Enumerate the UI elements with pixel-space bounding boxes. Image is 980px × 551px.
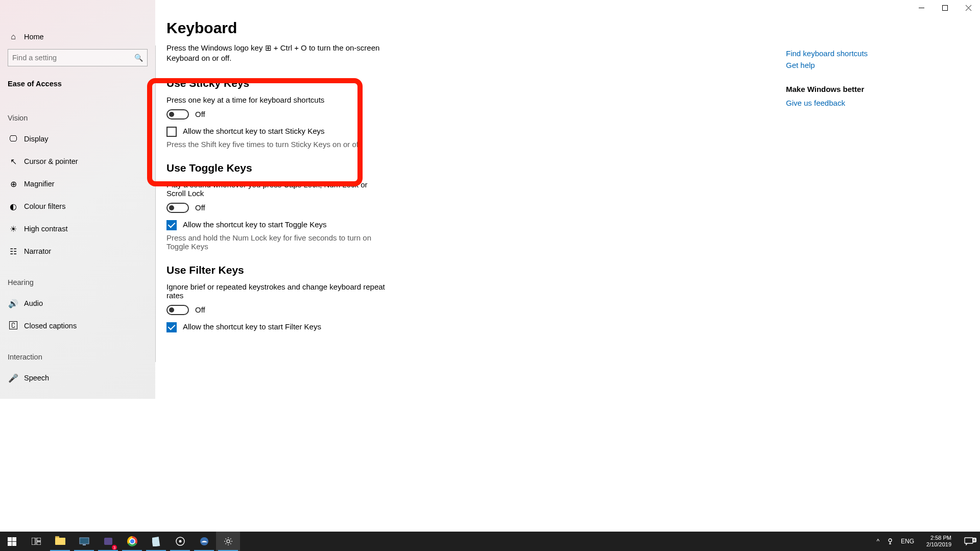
svg-point-14 [227, 540, 230, 543]
filter-keys-shortcut-label: Allow the shortcut key to start Filter K… [183, 322, 321, 331]
magnifier-icon: ⊕ [8, 179, 19, 189]
svg-rect-10 [152, 537, 160, 546]
tray-language[interactable]: ENG [901, 538, 914, 545]
nav-high-contrast[interactable]: ☀High contrast [0, 218, 155, 240]
search-icon: 🔍 [134, 54, 143, 62]
taskbar-settings[interactable] [216, 532, 240, 551]
sticky-keys-toggle[interactable] [166, 109, 189, 119]
svg-point-12 [179, 540, 181, 543]
contrast-icon: ☀ [8, 224, 19, 234]
tray-chevron-up-icon[interactable]: ^ [876, 538, 879, 545]
nav-cursor[interactable]: ↖Cursor & pointer [0, 150, 155, 173]
link-get-help[interactable]: Get help [786, 61, 960, 69]
taskbar-clock[interactable]: 2:58 PM 2/10/2019 [920, 535, 958, 548]
nav-colour-filters[interactable]: ◐Colour filters [0, 195, 155, 218]
sticky-keys-desc: Press one key at a time for keyboard sho… [166, 95, 386, 104]
filter-keys-shortcut-checkbox[interactable] [166, 322, 177, 332]
search-input[interactable]: 🔍 [8, 49, 148, 66]
audio-icon: 🔊 [8, 299, 19, 308]
toggle-keys-desc: Play a sound whenever you press Caps Loc… [166, 180, 386, 198]
related-links: Open the touch keyboard Find keyboard sh… [786, 42, 960, 110]
taskbar-file-explorer[interactable] [48, 532, 72, 551]
toggle-keys-state: Off [195, 203, 205, 212]
group-hearing: Hearing [0, 273, 155, 292]
system-tray: ^ ENG [876, 538, 920, 545]
filter-keys-desc: Ignore brief or repeated keystrokes and … [166, 282, 386, 300]
search-field[interactable] [12, 54, 134, 62]
toggle-keys-heading: Use Toggle Keys [166, 162, 386, 174]
nav-home-label: Home [24, 33, 44, 41]
toggle-keys-shortcut-checkbox[interactable] [166, 220, 177, 230]
nav-narrator[interactable]: ☷Narrator [0, 240, 155, 262]
nav-display[interactable]: 🖵Display [0, 128, 155, 150]
link-give-feedback[interactable]: Give us feedback [786, 99, 960, 107]
clock-date: 2/10/2019 [926, 541, 951, 548]
link-keyboard-shortcuts[interactable]: Find keyboard shortcuts [786, 49, 960, 58]
category-header: Ease of Access [0, 73, 155, 95]
notification-count: 8 [972, 538, 976, 542]
svg-rect-7 [80, 538, 89, 544]
mic-icon: 🎤 [8, 373, 19, 383]
toggle-keys-shortcut-label: Allow the shortcut key to start Toggle K… [183, 220, 327, 229]
nav-closed-captions[interactable]: 🄲Closed captions [0, 315, 155, 337]
sticky-keys-heading: Use Sticky Keys [166, 77, 386, 89]
sticky-keys-state: Off [195, 110, 205, 118]
narrator-icon: ☷ [8, 247, 19, 256]
cc-icon: 🄲 [8, 321, 19, 330]
page-title: Keyboard [166, 19, 980, 37]
sticky-keys-shortcut-label: Allow the shortcut key to start Sticky K… [183, 127, 325, 135]
start-button[interactable] [0, 532, 24, 551]
sticky-keys-shortcut-hint: Press the Shift key five times to turn S… [166, 140, 386, 149]
main-content: Keyboard Press the Windows logo key ⊞ + … [155, 0, 980, 399]
nav-audio[interactable]: 🔊Audio [0, 292, 155, 315]
intro-text: Press the Windows logo key ⊞ + Ctrl + O … [166, 43, 386, 64]
group-interaction: Interaction [0, 347, 155, 367]
filter-keys-heading: Use Filter Keys [166, 264, 386, 276]
make-windows-better-heading: Make Windows better [786, 85, 960, 93]
svg-rect-4 [32, 538, 35, 545]
home-icon: ⌂ [8, 32, 19, 41]
group-vision: Vision [0, 108, 155, 128]
taskbar-app-3[interactable]: 3 [96, 532, 120, 551]
svg-point-15 [889, 539, 892, 542]
sticky-keys-shortcut-checkbox[interactable] [166, 127, 177, 137]
cursor-icon: ↖ [8, 157, 19, 166]
action-center-button[interactable]: 8 [958, 537, 980, 545]
svg-rect-6 [37, 542, 41, 545]
taskbar-shield-app[interactable] [192, 532, 216, 551]
taskbar-monitor-app[interactable] [72, 532, 96, 551]
link-touch-keyboard-peek[interactable]: Open the touch keyboard [786, 41, 960, 46]
nav-speech[interactable]: 🎤Speech [0, 367, 155, 389]
sidebar: ⌂ Home 🔍 Ease of Access Vision 🖵Display … [0, 0, 155, 399]
toggle-keys-toggle[interactable] [166, 203, 189, 213]
svg-rect-8 [83, 544, 86, 545]
toggle-keys-shortcut-hint: Press and hold the Num Lock key for five… [166, 233, 386, 251]
svg-rect-9 [104, 538, 112, 545]
display-icon: 🖵 [8, 134, 19, 143]
task-view-button[interactable] [24, 532, 48, 551]
badge-icon: 3 [112, 545, 117, 550]
tray-app-icon[interactable] [887, 538, 894, 545]
filter-keys-toggle[interactable] [166, 305, 189, 315]
taskbar: 3 ^ ENG 2:58 PM 2/10/2019 8 [0, 532, 980, 551]
svg-rect-5 [37, 538, 41, 541]
nav-magnifier[interactable]: ⊕Magnifier [0, 173, 155, 195]
taskbar-chrome[interactable] [120, 532, 144, 551]
taskbar-notepad[interactable] [144, 532, 168, 551]
svg-rect-16 [965, 538, 973, 543]
filter-keys-state: Off [195, 305, 205, 314]
clock-time: 2:58 PM [926, 535, 951, 541]
nav-home[interactable]: ⌂ Home [0, 26, 155, 48]
palette-icon: ◐ [8, 202, 19, 211]
taskbar-circle-app[interactable] [168, 532, 192, 551]
